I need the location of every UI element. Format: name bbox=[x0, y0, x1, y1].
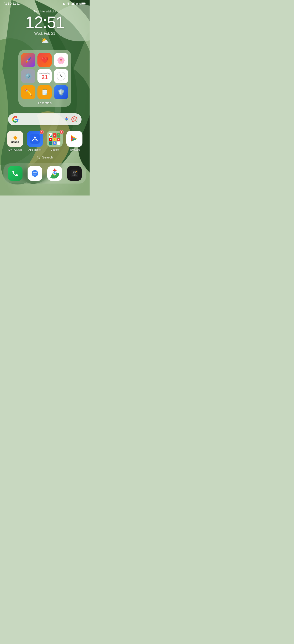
svg-point-16 bbox=[32, 170, 38, 177]
battery-icon: 85 % bbox=[76, 2, 86, 5]
svg-rect-4 bbox=[72, 3, 73, 5]
google-search-bar[interactable] bbox=[8, 114, 82, 125]
app-photos[interactable]: 🌸 bbox=[54, 53, 68, 67]
google-folder-label: Google bbox=[50, 148, 59, 151]
google-logo-icon bbox=[12, 116, 19, 122]
google-folder-badge: 1 bbox=[59, 130, 64, 134]
svg-point-20 bbox=[53, 172, 56, 174]
phone-icon bbox=[8, 166, 22, 181]
folder-grid: 🖌️ ❤️ 🌸 ⚙️ Wednesday 21 ✏️ 🗒️ 🛡️ bbox=[21, 53, 68, 99]
app-clock[interactable] bbox=[54, 69, 68, 83]
app-market-badge: 1 bbox=[40, 130, 44, 134]
dock-camera[interactable] bbox=[67, 166, 82, 181]
svg-point-24 bbox=[74, 173, 75, 174]
play-store-icon bbox=[69, 133, 80, 145]
touch-to-add-city[interactable]: Touch to add city bbox=[0, 10, 90, 13]
clock-date: Wed, Feb 21 bbox=[0, 32, 90, 36]
dock-chrome[interactable] bbox=[47, 166, 62, 181]
lens-dot bbox=[75, 120, 77, 122]
signal-icon bbox=[71, 2, 75, 6]
battery-level: 85 bbox=[76, 2, 79, 5]
app-calendar[interactable]: Wednesday 21 bbox=[37, 69, 52, 83]
app-my-honor[interactable]: ◆ HONOR My HONOR bbox=[7, 131, 23, 151]
play-store-label: Play Store bbox=[69, 148, 80, 151]
nfc-icon: 𝗡 bbox=[63, 2, 65, 6]
clock-section[interactable]: Touch to add city 12:51 Wed, Feb 21 ⛅ bbox=[0, 6, 90, 44]
bottom-search[interactable]: Search bbox=[0, 155, 90, 159]
status-time: 12:51 bbox=[13, 2, 19, 5]
wifi-icon bbox=[67, 2, 70, 6]
camera-icon bbox=[67, 166, 82, 181]
svg-rect-5 bbox=[73, 3, 74, 5]
essentials-folder[interactable]: 🖌️ ❤️ 🌸 ⚙️ Wednesday 21 ✏️ 🗒️ 🛡️ Essen bbox=[18, 50, 71, 107]
folder-label: Essentials bbox=[21, 101, 68, 105]
google-lens-icon[interactable] bbox=[71, 116, 77, 122]
status-left: A1 BG 12:51 bbox=[4, 2, 19, 5]
dock-phone[interactable] bbox=[8, 166, 22, 181]
svg-line-15 bbox=[39, 158, 40, 159]
messages-icon bbox=[27, 166, 42, 181]
app-play-store[interactable]: Play Store bbox=[66, 131, 82, 151]
search-icon bbox=[36, 156, 40, 159]
main-clock-time: 12:51 bbox=[0, 14, 90, 30]
app-health[interactable]: ❤️ bbox=[37, 53, 52, 67]
weather-icon: ⛅ bbox=[0, 37, 90, 44]
app-google-folder[interactable]: M 📍 ▶ △ ▶ 📹 bbox=[47, 131, 63, 151]
app-security[interactable]: 🛡️ bbox=[54, 85, 68, 99]
app-pages[interactable]: ✏️ bbox=[21, 85, 35, 99]
svg-point-12 bbox=[34, 136, 36, 138]
app-app-market[interactable]: 1 App Market bbox=[27, 131, 43, 151]
app-notes[interactable]: 🗒️ bbox=[37, 85, 52, 99]
calendar-day: 21 bbox=[42, 74, 48, 80]
svg-rect-8 bbox=[82, 3, 85, 4]
bottom-dock bbox=[3, 163, 86, 184]
svg-point-2 bbox=[68, 4, 69, 5]
app-toolbox[interactable]: 🖌️ bbox=[21, 53, 35, 67]
chrome-icon bbox=[47, 166, 62, 181]
svg-rect-3 bbox=[72, 4, 72, 5]
app-market-label: App Market bbox=[28, 148, 41, 151]
voice-search-icon[interactable] bbox=[64, 116, 69, 122]
clock-face-icon bbox=[57, 72, 65, 80]
main-apps-row: ◆ HONOR My HONOR 1 App Market M bbox=[3, 131, 86, 151]
honor-brand-text: HONOR bbox=[11, 141, 19, 143]
app-settings[interactable]: ⚙️ bbox=[21, 69, 35, 83]
svg-rect-6 bbox=[74, 2, 74, 5]
status-right: 𝗡 85 % bbox=[63, 2, 86, 6]
dock-messages[interactable] bbox=[27, 166, 42, 181]
honor-star-icon: ◆ bbox=[13, 134, 17, 140]
status-bar: A1 BG 12:51 𝗡 85 % bbox=[0, 0, 90, 6]
carrier-text: A1 BG bbox=[4, 2, 12, 5]
my-honor-label: My HONOR bbox=[8, 148, 22, 151]
app-market-logo-icon bbox=[30, 134, 40, 144]
bottom-search-text: Search bbox=[42, 155, 53, 159]
